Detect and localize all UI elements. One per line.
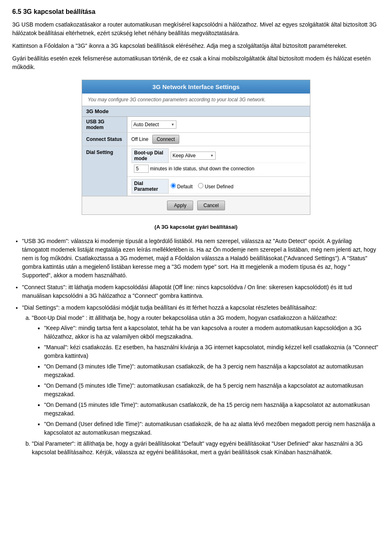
table-row-connect-status: Connect Status Off Line Connect: [82, 133, 310, 146]
panel-title: 3G Network Interface Settings: [82, 80, 310, 94]
bootup-inner-table: Boot-up Dial mode Keep Alive: [131, 148, 306, 174]
auto-detect-select-wrapper[interactable]: Auto Detect: [131, 120, 176, 129]
bootup-square-list: "Keep Alive": mindig tartsa fent a kapcs…: [32, 324, 380, 437]
paragraph-2: Kattintson a Főoldalon a "3G" ikonra a 3…: [12, 42, 380, 50]
alpha-item-bootup: "Boot-Up Dial mode" : itt állíthatja be,…: [32, 314, 380, 437]
table-row-dial-setting: Dial Setting Boot-up Dial mode Keep Aliv…: [82, 146, 310, 177]
radio-default-text: Default: [177, 184, 193, 190]
paragraph-3: Gyári beállítás esetén ezek felismerése …: [12, 54, 380, 71]
minutes-row: minutes in Idle status, shut down the co…: [131, 163, 306, 175]
dial-param-inner-table: Dial Parameter Default User Defined: [131, 179, 306, 194]
minutes-text: minutes in Idle status, shut down the co…: [150, 166, 254, 172]
bullet-connect-status: "Connect Status": itt láthatja modem kap…: [22, 283, 380, 300]
main-bullet-list: "USB 3G modem": válassza ki modemje típu…: [12, 237, 380, 457]
usb-modem-select[interactable]: Auto Detect: [131, 120, 176, 129]
table-row-usb: USB 3G modem Auto Detect: [82, 117, 310, 133]
connect-status-label: Connect Status: [82, 133, 127, 146]
caption: (A 3G kapcsolat gyári beállításai): [12, 223, 380, 231]
dial-bootup-row: Boot-up Dial mode Keep Alive: [127, 146, 310, 177]
keep-alive-select-wrapper[interactable]: Keep Alive: [171, 152, 216, 160]
bullet-dial-settings: "Dial Settings": a modem kapcsolódási mó…: [22, 303, 380, 457]
radio-default[interactable]: [171, 183, 176, 188]
dial-param-radios: Default User Defined: [168, 179, 306, 194]
radio-default-label[interactable]: Default: [171, 184, 194, 190]
network-settings-panel: 3G Network Interface Settings You may co…: [82, 80, 310, 215]
on-demand-15-item: "On Demand (15 minutes Idle Time)": auto…: [44, 401, 380, 418]
dial-param-label: Dial Parameter: [131, 179, 168, 194]
keep-alive-select[interactable]: Keep Alive: [171, 152, 216, 160]
apply-button[interactable]: Apply: [167, 201, 193, 210]
dial-setting-label: Dial Setting: [82, 146, 127, 196]
dial-alpha-list: "Boot-Up Dial mode" : itt állíthatja be,…: [22, 314, 380, 457]
manual-item: "Manual": kézi csatlakozás. Ez esetben, …: [44, 343, 380, 360]
paragraph-1: 3G USB modem csatlakozatásakor a router …: [12, 20, 380, 38]
dial-param-row: Dial Parameter Default User Defined: [131, 179, 306, 194]
minutes-cell: minutes in Idle status, shut down the co…: [131, 163, 306, 175]
minutes-input[interactable]: [134, 165, 149, 173]
connect-status-value: Off Line Connect: [127, 133, 310, 146]
bullet-usb-modem: "USB 3G modem": válassza ki modemje típu…: [22, 237, 380, 280]
cancel-button[interactable]: Cancel: [197, 201, 225, 210]
radio-user-defined[interactable]: [198, 183, 203, 188]
bootup-label: Boot-up Dial mode: [131, 149, 168, 163]
panel-subtitle: You may configure 3G connection paramete…: [82, 94, 310, 106]
radio-user-defined-label[interactable]: User Defined: [198, 184, 233, 190]
section-header: 3G Mode: [82, 106, 310, 117]
button-row: Apply Cancel: [82, 196, 310, 214]
offline-status: Off Line: [131, 136, 149, 142]
usb-modem-value: Auto Detect: [127, 117, 310, 133]
bootup-intro-text: "Boot-Up Dial mode" : itt állíthatja be,…: [32, 315, 337, 321]
bootup-value: Keep Alive: [168, 149, 306, 163]
radio-user-defined-text: User Defined: [205, 184, 234, 190]
dial-settings-text: "Dial Settings": a modem kapcsolódási mó…: [22, 304, 317, 311]
connect-button[interactable]: Connect: [152, 135, 180, 144]
alpha-item-dial-param: "Dial Parameter": itt állíthatja be, hog…: [32, 440, 380, 457]
settings-table: USB 3G modem Auto Detect Connect Status …: [82, 117, 310, 196]
keep-alive-item: "Keep Alive": mindig tartsa fent a kapcs…: [44, 324, 380, 341]
page-heading: 6.5 3G kapcsolat beállítása: [12, 8, 380, 16]
on-demand-5-item: "On Demand (5 minutes Idle Time)": autom…: [44, 382, 380, 399]
bootup-row: Boot-up Dial mode Keep Alive: [131, 149, 306, 163]
usb-modem-label: USB 3G modem: [82, 117, 127, 133]
on-demand-user-item: "On Demand (User defined Idle Time)": au…: [44, 420, 380, 437]
on-demand-3-item: "On Demand (3 minutes Idle Time)": autom…: [44, 362, 380, 379]
dial-param-value: Dial Parameter Default User Defined: [127, 177, 310, 196]
